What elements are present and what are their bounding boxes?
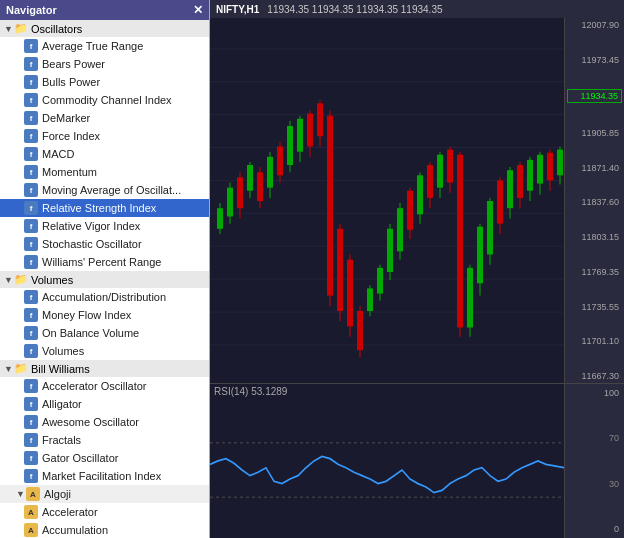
- price-level-4: 11905.85: [567, 128, 622, 138]
- price-level-8: 11769.35: [567, 267, 622, 277]
- rsi-level-30: 30: [567, 479, 622, 489]
- item-volumes[interactable]: f Volumes: [0, 342, 209, 360]
- item-label: Stochastic Oscillator: [42, 238, 142, 250]
- bill-williams-root[interactable]: ▼ 📁 Bill Williams: [0, 360, 209, 377]
- main-chart[interactable]: 12007.90 11973.45 11934.35 11905.85 1187…: [210, 18, 624, 383]
- item-label: Volumes: [42, 345, 84, 357]
- item-label: DeMarker: [42, 112, 90, 124]
- oscillators-triangle: ▼: [4, 24, 14, 34]
- volumes-root[interactable]: ▼ 📁 Volumes: [0, 271, 209, 288]
- svg-rect-11: [217, 208, 223, 229]
- item-label: Fractals: [42, 434, 81, 446]
- indicator-icon: f: [24, 75, 38, 89]
- navigator-header: Navigator ✕: [0, 0, 209, 20]
- volumes-section: ▼ 📁 Volumes f Accumulation/Distribution …: [0, 271, 209, 360]
- indicator-icon: f: [24, 308, 38, 322]
- svg-rect-23: [277, 147, 283, 176]
- svg-rect-33: [327, 116, 333, 296]
- item-label: Commodity Channel Index: [42, 94, 172, 106]
- price-level-9: 11735.55: [567, 302, 622, 312]
- svg-rect-41: [367, 288, 373, 311]
- rsi-panel[interactable]: RSI(14) 53.1289 100 70 30 0: [210, 383, 624, 538]
- item-acc-dist[interactable]: f Accumulation/Distribution: [0, 288, 209, 306]
- item-rvi[interactable]: f Relative Vigor Index: [0, 217, 209, 235]
- item-moving-avg-osc[interactable]: f Moving Average of Oscillat...: [0, 181, 209, 199]
- svg-rect-71: [517, 165, 523, 198]
- svg-rect-31: [317, 103, 323, 136]
- svg-rect-63: [477, 227, 483, 284]
- rsi-level-0: 0: [567, 524, 622, 534]
- indicator-icon: f: [24, 255, 38, 269]
- navigator-title: Navigator: [6, 4, 57, 16]
- current-price-box: 11934.35: [567, 89, 622, 103]
- item-label: On Balance Volume: [42, 327, 139, 339]
- item-label: Force Index: [42, 130, 100, 142]
- bw-folder-icon: 📁: [14, 362, 28, 375]
- indicator-icon: f: [24, 39, 38, 53]
- item-label: Accumulation/Distribution: [42, 291, 166, 303]
- bill-williams-section: ▼ 📁 Bill Williams f Accelerator Oscillat…: [0, 360, 209, 485]
- indicator-icon: f: [24, 415, 38, 429]
- svg-rect-27: [297, 119, 303, 152]
- price-level-10: 11701.10: [567, 336, 622, 346]
- indicator-icon: f: [24, 397, 38, 411]
- chart-values: 11934.35 11934.35 11934.35 11934.35: [267, 4, 442, 15]
- item-stochastic[interactable]: f Stochastic Oscillator: [0, 235, 209, 253]
- item-gator[interactable]: f Gator Oscillator: [0, 449, 209, 467]
- svg-rect-17: [247, 165, 253, 191]
- bw-label: Bill Williams: [31, 363, 90, 375]
- item-label: Awesome Oscillator: [42, 416, 139, 428]
- svg-rect-45: [387, 229, 393, 272]
- oscillators-root[interactable]: ▼ 📁 Oscillators: [0, 20, 209, 37]
- volumes-label: Volumes: [31, 274, 73, 286]
- svg-rect-53: [427, 165, 433, 198]
- indicator-icon: f: [24, 147, 38, 161]
- indicator-icon: f: [24, 57, 38, 71]
- item-demarker[interactable]: f DeMarker: [0, 109, 209, 127]
- indicator-icon: f: [24, 344, 38, 358]
- algoji-root[interactable]: ▼ A Algoji: [0, 485, 209, 503]
- item-rsi[interactable]: f Relative Strength Index: [0, 199, 209, 217]
- item-label: Williams' Percent Range: [42, 256, 161, 268]
- item-algoji-accumulation[interactable]: A Accumulation: [0, 521, 209, 538]
- indicator-icon: f: [24, 433, 38, 447]
- svg-rect-43: [377, 268, 383, 294]
- item-macd[interactable]: f MACD: [0, 145, 209, 163]
- algoji-item-icon: A: [24, 523, 38, 537]
- item-mfi[interactable]: f Money Flow Index: [0, 306, 209, 324]
- item-momentum[interactable]: f Momentum: [0, 163, 209, 181]
- item-label: Moving Average of Oscillat...: [42, 184, 181, 196]
- item-label: Relative Vigor Index: [42, 220, 140, 232]
- svg-rect-35: [337, 229, 343, 311]
- item-alligator[interactable]: f Alligator: [0, 395, 209, 413]
- close-icon[interactable]: ✕: [193, 3, 203, 17]
- item-algoji-accelerator[interactable]: A Accelerator: [0, 503, 209, 521]
- item-label: Bears Power: [42, 58, 105, 70]
- indicator-icon: f: [24, 237, 38, 251]
- svg-rect-73: [527, 160, 533, 191]
- item-awesome-osc[interactable]: f Awesome Oscillator: [0, 413, 209, 431]
- algoji-triangle: ▼: [16, 489, 26, 499]
- algoji-icon: A: [26, 487, 40, 501]
- rsi-level-100: 100: [567, 388, 622, 398]
- svg-rect-13: [227, 188, 233, 217]
- item-fractals[interactable]: f Fractals: [0, 431, 209, 449]
- item-williams[interactable]: f Williams' Percent Range: [0, 253, 209, 271]
- svg-rect-59: [457, 155, 463, 328]
- oscillators-label: Oscillators: [31, 23, 82, 35]
- algoji-label: Algoji: [44, 488, 71, 500]
- navigator-content: ▼ 📁 Oscillators f Average True Range f B…: [0, 20, 209, 538]
- item-bulls-power[interactable]: f Bulls Power: [0, 73, 209, 91]
- item-mfi-bw[interactable]: f Market Facilitation Index: [0, 467, 209, 485]
- item-label: Accelerator Oscillator: [42, 380, 147, 392]
- item-bears-power[interactable]: f Bears Power: [0, 55, 209, 73]
- svg-rect-39: [357, 311, 363, 350]
- item-acc-osc[interactable]: f Accelerator Oscillator: [0, 377, 209, 395]
- svg-rect-75: [537, 155, 543, 184]
- item-force-index[interactable]: f Force Index: [0, 127, 209, 145]
- indicator-icon: f: [24, 93, 38, 107]
- item-avg-true-range[interactable]: f Average True Range: [0, 37, 209, 55]
- item-cci[interactable]: f Commodity Channel Index: [0, 91, 209, 109]
- item-obv[interactable]: f On Balance Volume: [0, 324, 209, 342]
- algoji-section: ▼ A Algoji A Accelerator A Accumulation …: [0, 485, 209, 538]
